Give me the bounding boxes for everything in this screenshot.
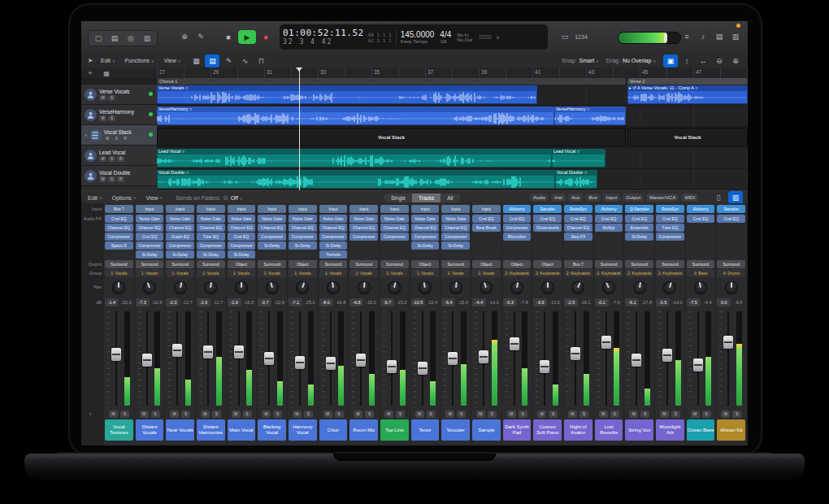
fader-cap[interactable] bbox=[172, 344, 182, 357]
fx-slot[interactable]: Noise Gate bbox=[258, 215, 286, 223]
pan-knob[interactable] bbox=[725, 281, 738, 294]
fx-slot[interactable]: Ensemble bbox=[625, 224, 653, 232]
edit-menu[interactable]: Edit∨ bbox=[101, 58, 115, 63]
mute-button[interactable]: M bbox=[445, 411, 454, 418]
fx-slot[interactable]: Cnsl EQ bbox=[564, 215, 592, 223]
solo-button[interactable]: S bbox=[212, 411, 221, 418]
group-slot[interactable]: 1: Vocals bbox=[228, 269, 256, 277]
group-slot[interactable]: 2: Keyboards bbox=[564, 269, 592, 277]
mixer-edit-menu[interactable]: Edit∨ bbox=[88, 195, 102, 201]
group-slot[interactable]: 2: Keyboards bbox=[625, 269, 653, 277]
pan-knob[interactable] bbox=[480, 281, 493, 294]
channel-name[interactable]: Backing Vocal bbox=[258, 419, 286, 441]
input-slot[interactable]: Input bbox=[197, 205, 225, 213]
output-slot[interactable]: Object bbox=[533, 260, 562, 268]
solo-button[interactable]: S bbox=[181, 411, 190, 418]
fx-slot[interactable]: Channel EQ bbox=[258, 224, 286, 232]
volume-db-value[interactable]: -7.5 bbox=[687, 298, 701, 306]
solo-button[interactable]: S bbox=[519, 411, 527, 418]
channel-name[interactable]: Tenor bbox=[411, 419, 440, 441]
filter-inst[interactable]: Inst bbox=[551, 193, 566, 202]
mute-button[interactable]: M bbox=[537, 411, 546, 418]
pan-knob[interactable] bbox=[663, 281, 676, 294]
fader-cap[interactable] bbox=[510, 337, 519, 350]
waveform-zoom-icon[interactable]: ▣ bbox=[663, 54, 678, 67]
solo-button[interactable]: S bbox=[457, 411, 466, 418]
fx-slot[interactable]: Channel EQ bbox=[349, 224, 378, 232]
volume-db-value[interactable]: -7.1 bbox=[289, 298, 302, 306]
mute-button[interactable]: M bbox=[201, 411, 210, 418]
pointer-tool-icon[interactable]: ➤ bbox=[85, 56, 96, 66]
fx-slot[interactable]: Noise Gate bbox=[166, 215, 194, 223]
fx-slot[interactable]: Bitcrusher bbox=[503, 232, 532, 241]
mute-button[interactable]: M bbox=[323, 411, 332, 418]
fx-slot[interactable]: Compressor bbox=[380, 232, 409, 241]
mute-button[interactable]: M bbox=[384, 411, 393, 418]
mixer-view-menu[interactable]: View∨ bbox=[146, 195, 163, 201]
solo-button[interactable]: S bbox=[702, 411, 711, 418]
fx-slot[interactable]: St-Delay bbox=[258, 241, 286, 250]
screen-mode-icon[interactable]: ▭ bbox=[558, 30, 572, 43]
group-slot[interactable]: 3: Bass bbox=[687, 269, 715, 277]
disclosure-chevron-icon[interactable]: ∨ bbox=[85, 133, 88, 137]
mute-button[interactable]: M bbox=[507, 411, 516, 418]
output-slot[interactable]: Object bbox=[289, 260, 317, 268]
mute-button[interactable]: M bbox=[104, 136, 111, 141]
fader-cap[interactable] bbox=[203, 345, 213, 358]
bar-ruler[interactable]: + ▦ 272931333537394143454749 bbox=[81, 67, 748, 79]
fx-slot[interactable]: Noise Gate bbox=[411, 215, 440, 223]
volume-db-value[interactable]: -2.0 bbox=[166, 298, 180, 306]
group-slot[interactable]: 1: Vocals bbox=[319, 269, 348, 277]
fx-slot[interactable]: St-Delay bbox=[136, 250, 164, 259]
solo-button[interactable]: S bbox=[273, 411, 282, 418]
fx-slot[interactable]: Cnsl EQ bbox=[105, 215, 133, 223]
channel-name[interactable]: Dark Synth Pad bbox=[503, 419, 532, 441]
channel-name[interactable]: Vocoder bbox=[441, 419, 470, 441]
inspector-icon[interactable]: ▢ bbox=[91, 32, 106, 45]
audio-region[interactable]: VerseHarmony ○ bbox=[554, 106, 626, 125]
audio-region[interactable]: Lead Vocal ○ bbox=[157, 149, 552, 167]
group-slot[interactable]: 2: Keyboards bbox=[656, 269, 684, 277]
fader-cap[interactable] bbox=[142, 354, 152, 367]
output-slot[interactable]: Object bbox=[472, 260, 501, 268]
input-slot[interactable]: Input bbox=[258, 205, 286, 213]
apple-loops-icon[interactable]: ♪ bbox=[696, 30, 710, 43]
pencil-tool-icon[interactable]: ✎ bbox=[193, 30, 208, 43]
group-slot[interactable]: 1: Vocals bbox=[380, 269, 409, 277]
input-slot[interactable]: RetroSyn bbox=[656, 205, 684, 213]
filter-aux[interactable]: Aux bbox=[568, 193, 583, 202]
channel-name[interactable]: Near Vocals bbox=[166, 419, 194, 441]
fx-slot[interactable]: St-Delay bbox=[625, 232, 653, 241]
fader-cap[interactable] bbox=[479, 350, 488, 363]
fader-cap[interactable] bbox=[264, 352, 274, 365]
smart-controls-icon[interactable]: ◎ bbox=[124, 32, 138, 45]
group-slot[interactable]: 2: Keyboards bbox=[533, 269, 562, 277]
group-slot[interactable]: 1: Vocals bbox=[258, 269, 286, 277]
pan-knob[interactable] bbox=[388, 281, 401, 294]
playhead-handle[interactable] bbox=[296, 67, 302, 72]
filter-audio[interactable]: Audio bbox=[530, 193, 549, 202]
single-view-icon[interactable]: ▯ bbox=[711, 191, 726, 204]
zoom-slider-icon[interactable]: ⊖ bbox=[712, 54, 727, 67]
solo-button[interactable]: S bbox=[108, 115, 115, 121]
audio-region[interactable]: ▸ ↺ A Verse Vocals: 11 - Comp A ○ bbox=[627, 85, 748, 104]
mute-button[interactable]: M bbox=[415, 411, 424, 418]
fader-cap[interactable] bbox=[234, 345, 244, 358]
mute-button[interactable]: M bbox=[99, 115, 106, 121]
channel-name[interactable]: Distant Harmonies bbox=[197, 419, 225, 441]
fx-slot[interactable]: Chromaverb bbox=[533, 224, 562, 232]
fx-slot[interactable]: Cnsl EQ bbox=[472, 215, 501, 223]
mute-button[interactable]: M bbox=[232, 411, 241, 418]
channel-name[interactable]: Choir bbox=[319, 419, 348, 441]
mute-button[interactable]: M bbox=[109, 411, 118, 418]
view-menu[interactable]: View∨ bbox=[164, 58, 181, 63]
arrangement-marker[interactable]: Verse 2 bbox=[627, 78, 748, 85]
output-slot[interactable]: Surround bbox=[166, 260, 194, 268]
mute-button[interactable]: M bbox=[599, 411, 608, 418]
group-slot[interactable]: 1: Vocals bbox=[166, 269, 194, 277]
fx-slot[interactable]: Compressor bbox=[105, 232, 133, 241]
pan-knob[interactable] bbox=[358, 281, 371, 294]
fx-slot[interactable]: Compressor bbox=[136, 241, 164, 250]
fx-slot[interactable]: Cnsl EQ bbox=[656, 215, 684, 223]
editors-icon[interactable]: ▥ bbox=[140, 32, 154, 45]
